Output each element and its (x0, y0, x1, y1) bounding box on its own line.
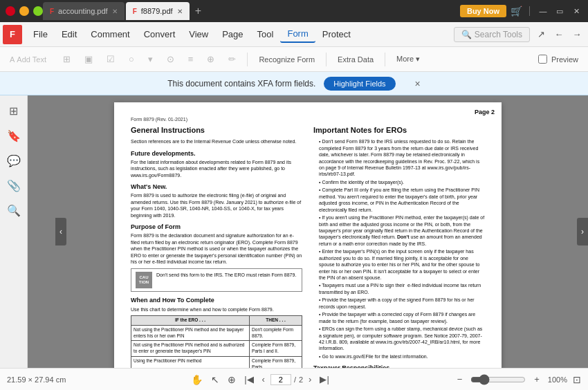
zoom-in-button[interactable]: + (531, 373, 542, 386)
extra-data-button[interactable]: Extra Data (332, 53, 379, 66)
menu-icons: ↗ ← → (533, 26, 585, 43)
future-dev-title: Future developments. (131, 149, 302, 158)
separator2 (326, 53, 327, 66)
toolbar-icon6[interactable]: ⊙ (161, 52, 180, 66)
menu-page[interactable]: Page (215, 26, 250, 42)
restore-window-button[interactable]: ▭ (553, 5, 566, 17)
sidebar-bookmark-icon[interactable]: 🔖 (3, 124, 25, 147)
menu-tool[interactable]: Tool (250, 26, 281, 42)
intro-text: Section references are to the Internal R… (131, 138, 302, 145)
table-cell: Using the Practitioner PIN method (131, 356, 250, 368)
bullet-1: Don't send Form 8879 to the IRS unless r… (319, 138, 485, 178)
toolbar-icon9[interactable]: ✏ (223, 52, 241, 66)
tab-f8879[interactable]: F f8879.pdf ✕ (126, 2, 190, 20)
toolbar-icon7[interactable]: ≡ (183, 52, 199, 66)
close-button[interactable] (6, 6, 15, 16)
menu-edit[interactable]: Edit (55, 26, 84, 42)
main-area: ⊞ 🔖 💬 📎 🔍 ‹ Form 8879 (Rev. 01-2021) Pag… (0, 95, 588, 368)
search-tools-label: Search Tools (475, 30, 522, 39)
zoom-out-button[interactable]: − (454, 373, 466, 386)
next-page-button[interactable]: › (306, 373, 314, 386)
tab2-label: f8879.pdf (141, 7, 173, 15)
maximize-button[interactable] (33, 6, 43, 16)
pdf-area[interactable]: ‹ Form 8879 (Rev. 01-2021) Page 2 Genera… (28, 95, 588, 368)
recognize-form-button[interactable]: Recognize Form (253, 53, 320, 66)
table-row: Using the Practitioner PIN method Comple… (131, 356, 302, 368)
right-panel-toggle[interactable]: › (577, 218, 588, 245)
prev-page-button[interactable]: ‹ (259, 373, 268, 386)
page-separator: / (294, 375, 296, 384)
table-row: Not using the Practitioner PIN method an… (131, 341, 302, 357)
pdf-page: Form 8879 (Rev. 01-2021) Page 2 General … (114, 102, 502, 368)
toolbar-icon1[interactable]: ⊞ (57, 52, 76, 66)
menu-file[interactable]: File (26, 26, 55, 42)
important-notes-title: Important Notes for EROs (313, 125, 485, 136)
menu-form[interactable]: Form (280, 26, 315, 43)
sidebar-search-icon[interactable]: 🔍 (3, 199, 25, 221)
notification-text: This document contains XFA form fields. (167, 79, 315, 89)
share-icon[interactable]: ↗ (533, 26, 549, 43)
tab2-close[interactable]: ✕ (177, 8, 183, 15)
toolbar-icon5[interactable]: ▾ (143, 52, 158, 66)
menu-protect[interactable]: Protect (315, 26, 358, 42)
sidebar-attachment-icon[interactable]: 📎 (3, 174, 25, 196)
toolbar-icon8[interactable]: ⊕ (201, 52, 220, 66)
first-page-button[interactable]: |◀ (241, 373, 256, 386)
tab1-close[interactable]: ✕ (112, 8, 118, 15)
add-text-icon: A (10, 55, 15, 64)
left-panel-toggle[interactable]: ‹ (55, 218, 66, 245)
caution-box-1: CAUTION Don't send this form to the IRS.… (131, 268, 302, 292)
zoom-slider[interactable] (470, 374, 526, 385)
bullet-9: EROs can sign the form using a rubber st… (319, 326, 485, 352)
total-pages: 2 (299, 375, 303, 384)
toolbar-icon3[interactable]: ☑ (101, 52, 120, 66)
preview-checkbox[interactable] (538, 55, 547, 64)
fit-page-button[interactable]: ✋ (188, 373, 205, 387)
table-cell: Complete Form 8879, Parts (250, 356, 302, 368)
table-cell: Don't complete Form 8879. (250, 325, 302, 341)
title-bar: F accounting.pdf ✕ F f8879.pdf ✕ + Buy N… (0, 0, 588, 22)
sidebar-thumbnails-icon[interactable]: ⊞ (3, 100, 25, 122)
search-tools[interactable]: 🔍 Search Tools (454, 27, 530, 42)
tab-accounting[interactable]: F accounting.pdf ✕ (43, 2, 125, 20)
sidebar-comment-icon[interactable]: 💬 (3, 149, 25, 171)
preview-button[interactable]: Preview (533, 53, 584, 66)
highlight-fields-button[interactable]: Highlight Fields (324, 77, 395, 91)
app-logo: F (3, 25, 22, 44)
bullet-8: Provide the taxpayer with a corrected co… (319, 311, 485, 324)
form-number: Form 8879 (Rev. 01-2021) (131, 116, 485, 122)
notification-close-button[interactable]: × (415, 78, 421, 89)
menu-view[interactable]: View (182, 26, 215, 42)
more-button[interactable]: More ▾ (391, 53, 425, 66)
menu-convert[interactable]: Convert (137, 26, 183, 42)
menu-comment[interactable]: Comment (84, 26, 136, 42)
toolbar-icon2[interactable]: ▣ (79, 52, 98, 66)
minimize-button[interactable] (19, 6, 29, 16)
purpose-text: Form 8879 is the declaration document an… (131, 232, 302, 265)
search-icon: 🔍 (461, 30, 472, 39)
last-page-button[interactable]: ▶| (317, 373, 331, 386)
nav-back-icon[interactable]: ← (551, 26, 567, 43)
left-column: General Instructions Section references … (131, 125, 302, 368)
toolbar: A Add Text ⊞ ▣ ☑ ○ ▾ ⊙ ≡ ⊕ ✏ Recognize F… (0, 47, 588, 72)
close-window-button[interactable]: ✕ (570, 5, 582, 17)
toolbar-icon4[interactable]: ○ (123, 52, 140, 66)
add-text-button[interactable]: A Add Text (4, 53, 52, 66)
table-cell: Not using the Practitioner PIN method an… (131, 341, 250, 357)
bullet-10: Go to www.irs.gov/EFile for the latest i… (319, 353, 485, 360)
general-instructions-title: General Instructions (131, 125, 302, 136)
caution-text-1: Don't send this form to the IRS. The ERO… (156, 272, 296, 278)
zoom-button[interactable]: ⊕ (225, 373, 239, 387)
bullet-4: If you aren't using the Practitioner PIN… (319, 214, 485, 247)
minimize-window-button[interactable]: — (537, 5, 549, 17)
fit-window-button[interactable]: ⊡ (573, 374, 581, 385)
bullet-7: Provide the taxpayer with a copy of the … (319, 297, 485, 310)
buy-now-button[interactable]: Buy Now (460, 5, 506, 17)
select-button[interactable]: ↖ (208, 373, 222, 387)
page-number-input[interactable] (270, 374, 291, 385)
status-right: − + 100% ⊡ (454, 373, 581, 386)
nav-forward-icon[interactable]: → (569, 26, 585, 43)
right-column: Important Notes for EROs Don't send Form… (313, 125, 485, 368)
menu-right: 🔍 Search Tools ↗ ← → (454, 26, 585, 43)
new-tab-button[interactable]: + (191, 5, 205, 17)
